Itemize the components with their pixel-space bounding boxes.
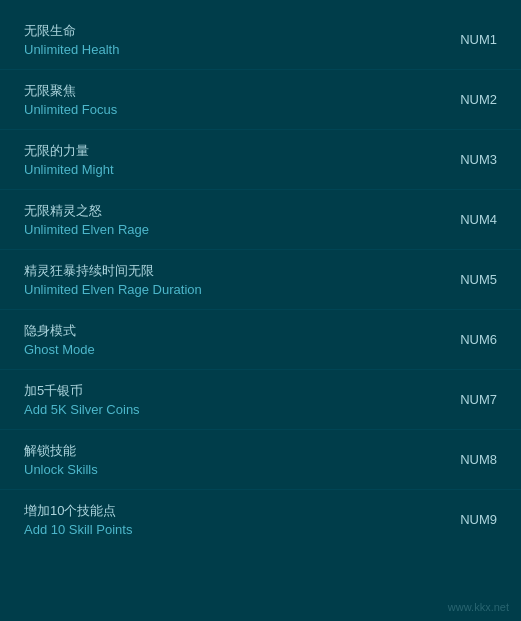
cheat-item[interactable]: 精灵狂暴持续时间无限Unlimited Elven Rage DurationN… xyxy=(0,250,521,310)
cheat-chinese-label: 无限精灵之怒 xyxy=(24,202,149,220)
cheat-text: 无限生命Unlimited Health xyxy=(24,22,119,57)
cheat-english-label: Unlimited Elven Rage Duration xyxy=(24,282,202,297)
cheat-text: 无限的力量Unlimited Might xyxy=(24,142,114,177)
cheat-key-badge: NUM1 xyxy=(460,32,497,47)
cheat-list: 无限生命Unlimited HealthNUM1无限聚焦Unlimited Fo… xyxy=(0,0,521,559)
cheat-english-label: Unlimited Focus xyxy=(24,102,117,117)
cheat-key-badge: NUM4 xyxy=(460,212,497,227)
cheat-text: 隐身模式Ghost Mode xyxy=(24,322,95,357)
cheat-key-badge: NUM7 xyxy=(460,392,497,407)
cheat-key-badge: NUM6 xyxy=(460,332,497,347)
cheat-chinese-label: 增加10个技能点 xyxy=(24,502,132,520)
cheat-text: 无限精灵之怒Unlimited Elven Rage xyxy=(24,202,149,237)
cheat-text: 增加10个技能点Add 10 Skill Points xyxy=(24,502,132,537)
cheat-chinese-label: 加5千银币 xyxy=(24,382,140,400)
cheat-english-label: Unlimited Elven Rage xyxy=(24,222,149,237)
cheat-chinese-label: 无限的力量 xyxy=(24,142,114,160)
cheat-key-badge: NUM3 xyxy=(460,152,497,167)
cheat-chinese-label: 解锁技能 xyxy=(24,442,98,460)
cheat-item[interactable]: 无限生命Unlimited HealthNUM1 xyxy=(0,10,521,70)
cheat-item[interactable]: 增加10个技能点Add 10 Skill PointsNUM9 xyxy=(0,490,521,549)
cheat-text: 加5千银币Add 5K Silver Coins xyxy=(24,382,140,417)
cheat-item[interactable]: 加5千银币Add 5K Silver CoinsNUM7 xyxy=(0,370,521,430)
cheat-chinese-label: 无限生命 xyxy=(24,22,119,40)
cheat-text: 精灵狂暴持续时间无限Unlimited Elven Rage Duration xyxy=(24,262,202,297)
cheat-english-label: Unlimited Health xyxy=(24,42,119,57)
cheat-item[interactable]: 无限聚焦Unlimited FocusNUM2 xyxy=(0,70,521,130)
cheat-item[interactable]: 解锁技能Unlock SkillsNUM8 xyxy=(0,430,521,490)
cheat-english-label: Add 5K Silver Coins xyxy=(24,402,140,417)
cheat-key-badge: NUM8 xyxy=(460,452,497,467)
cheat-english-label: Ghost Mode xyxy=(24,342,95,357)
cheat-english-label: Unlimited Might xyxy=(24,162,114,177)
cheat-item[interactable]: 无限精灵之怒Unlimited Elven RageNUM4 xyxy=(0,190,521,250)
cheat-chinese-label: 精灵狂暴持续时间无限 xyxy=(24,262,202,280)
cheat-text: 无限聚焦Unlimited Focus xyxy=(24,82,117,117)
cheat-english-label: Add 10 Skill Points xyxy=(24,522,132,537)
cheat-chinese-label: 无限聚焦 xyxy=(24,82,117,100)
cheat-item[interactable]: 无限的力量Unlimited MightNUM3 xyxy=(0,130,521,190)
cheat-key-badge: NUM2 xyxy=(460,92,497,107)
cheat-key-badge: NUM9 xyxy=(460,512,497,527)
cheat-chinese-label: 隐身模式 xyxy=(24,322,95,340)
cheat-text: 解锁技能Unlock Skills xyxy=(24,442,98,477)
cheat-english-label: Unlock Skills xyxy=(24,462,98,477)
cheat-key-badge: NUM5 xyxy=(460,272,497,287)
watermark: www.kkx.net xyxy=(448,601,509,613)
cheat-item[interactable]: 隐身模式Ghost ModeNUM6 xyxy=(0,310,521,370)
